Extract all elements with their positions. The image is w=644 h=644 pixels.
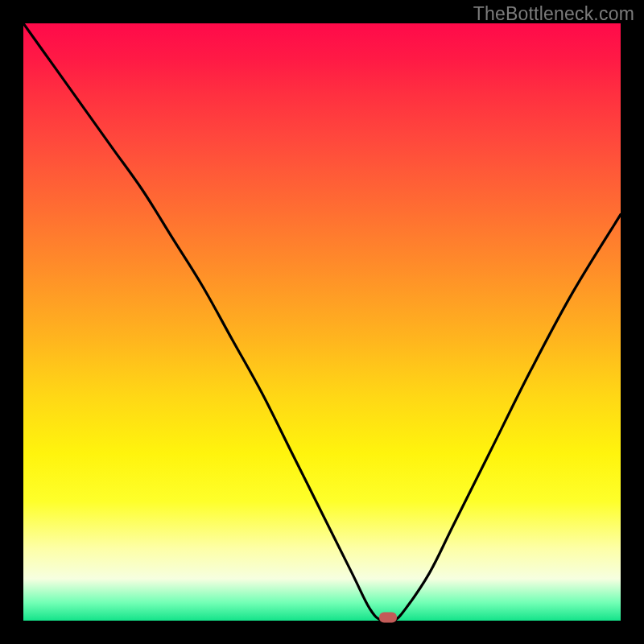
watermark-text: TheBottleneck.com — [473, 3, 634, 25]
bottleneck-chart — [23, 23, 621, 621]
optimal-point-marker — [379, 613, 397, 623]
bottleneck-curve — [23, 23, 621, 621]
